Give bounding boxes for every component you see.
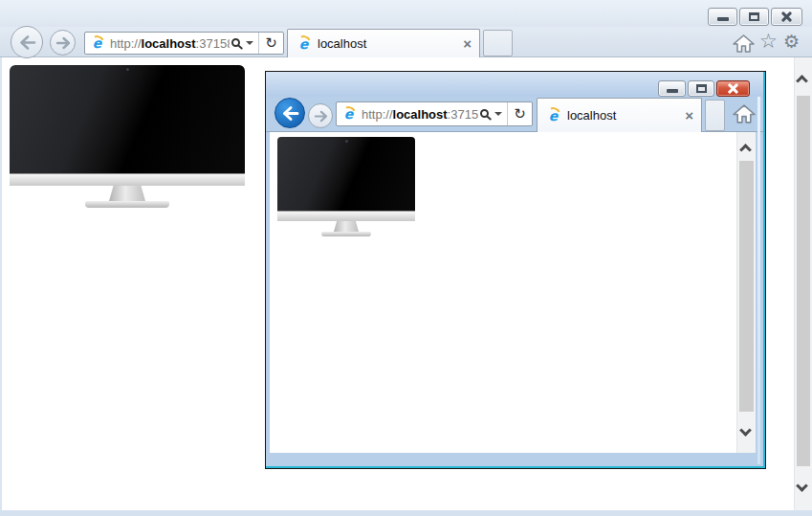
monitor-screen (10, 65, 245, 173)
minimize-icon (667, 89, 678, 93)
tab-ie-logo-icon: e (545, 107, 561, 123)
inner-back-button (274, 98, 305, 128)
inner-url-host: localhost (393, 107, 448, 122)
inner-scrollbar-thumb (739, 161, 754, 412)
refresh-button[interactable]: ↻ (258, 33, 283, 54)
vertical-scrollbar[interactable] (794, 57, 812, 510)
url-protocol: http:// (110, 36, 142, 51)
inner-new-tab-button (705, 100, 725, 131)
inner-home-icon (733, 103, 756, 124)
back-arrow-icon (281, 105, 299, 122)
inner-url-path: :37158, (448, 107, 478, 122)
inner-address-bar: e http://localhost:37158, ↻ (336, 101, 533, 126)
url-text: http://localhost:37158/Def (110, 36, 230, 51)
inner-url-text: http://localhost:37158, (362, 107, 478, 122)
monitor-screen (277, 137, 415, 211)
window-frame-bottom (0, 510, 812, 516)
close-icon (780, 11, 793, 23)
ie-logo-icon: e (340, 106, 357, 123)
favorites-star-icon[interactable]: ☆ (759, 32, 778, 52)
tab-close-icon[interactable]: × (463, 36, 472, 51)
inner-maximize-button (688, 80, 714, 97)
window-frame-left (0, 57, 2, 510)
close-icon (727, 82, 739, 95)
inner-frame-accent-right (763, 72, 765, 468)
monitor-stand-neck (109, 186, 145, 201)
tab-localhost[interactable]: e localhost × (287, 29, 480, 57)
inner-forward-button (308, 103, 333, 128)
inner-titlebar (266, 72, 765, 97)
scroll-up-icon[interactable] (796, 75, 808, 87)
inner-vertical-scrollbar (736, 132, 756, 453)
monitor-stand-base (85, 201, 169, 208)
inner-frame-highlight (757, 97, 760, 464)
refresh-icon: ↻ (514, 105, 526, 123)
scroll-up-icon (739, 144, 752, 156)
home-icon[interactable] (733, 34, 755, 54)
inner-browser-window-image: e http://localhost:37158, ↻ e localhost … (265, 71, 766, 469)
outer-titlebar[interactable] (0, 0, 812, 27)
refresh-icon: ↻ (265, 34, 277, 52)
ie-browser-window: e http://localhost:37158/Def ↻ e localho… (0, 0, 812, 516)
back-arrow-icon (18, 34, 36, 51)
forward-arrow-icon (314, 110, 328, 123)
monitor-stand-base (321, 232, 371, 236)
refresh-button: ↻ (507, 102, 532, 125)
forward-arrow-icon (55, 36, 71, 50)
monitor-chin (277, 211, 415, 221)
tools-gear-icon[interactable]: ⚙ (783, 33, 800, 51)
inner-minimize-button (658, 80, 686, 97)
url-host: localhost (142, 36, 196, 51)
back-button[interactable] (11, 26, 43, 58)
monitor-chin (10, 173, 245, 186)
address-dropdown-caret-icon[interactable] (246, 41, 253, 45)
monitor-camera-dot (345, 140, 348, 143)
scrollbar-thumb[interactable] (797, 96, 810, 466)
maximize-icon (749, 12, 759, 21)
tab-ie-logo-icon: e (296, 35, 312, 52)
address-bar[interactable]: e http://localhost:37158/Def ↻ (84, 32, 284, 55)
forward-button[interactable] (50, 30, 76, 56)
inner-tab-localhost: e localhost × (537, 98, 702, 132)
monitor-stand-neck (334, 221, 359, 232)
tab-label: localhost (318, 36, 457, 51)
minimize-icon (717, 17, 729, 21)
new-tab-button[interactable] (483, 30, 513, 56)
inner-close-button (716, 80, 750, 97)
monitor-camera-dot (126, 68, 129, 71)
monitor-image (10, 65, 245, 208)
inner-url-protocol: http:// (362, 107, 393, 122)
url-path: :37158/Def (196, 36, 230, 51)
inner-monitor-image (277, 137, 415, 236)
scroll-down-icon[interactable] (796, 480, 808, 492)
outer-close-button[interactable] (771, 8, 802, 26)
inner-page-content (270, 132, 756, 453)
search-icon (480, 109, 489, 118)
search-icon[interactable] (231, 38, 240, 47)
outer-minimize-button[interactable] (708, 8, 737, 26)
scroll-down-icon (739, 424, 752, 437)
inner-tab-label: localhost (567, 108, 679, 123)
address-dropdown-caret-icon (494, 112, 502, 116)
inner-frame-accent-bottom (266, 466, 765, 468)
tab-close-icon: × (685, 108, 693, 123)
ie-logo-icon: e (89, 35, 105, 52)
outer-maximize-button[interactable] (739, 8, 769, 26)
maximize-icon (696, 84, 707, 93)
